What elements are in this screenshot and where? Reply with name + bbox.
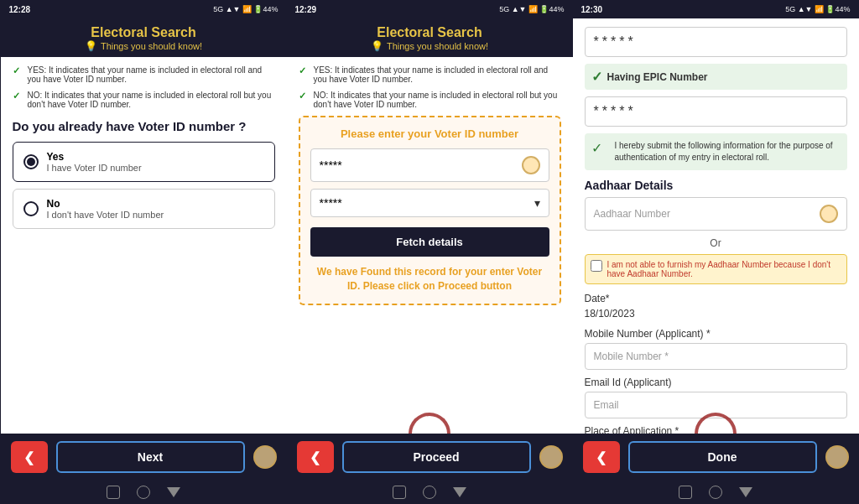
app-header-2: Electoral Search 💡 Things you should kno…	[287, 18, 573, 57]
status-icons-1: 5G ▲▼ 📶 🔋44%	[213, 5, 278, 13]
app-title-1: Electoral Search	[9, 25, 279, 40]
nav-back-1	[167, 487, 180, 497]
main-content-1: ✓ YES: It indicates that your name is in…	[1, 57, 287, 434]
voter-id-section: Please enter your Voter ID number ***** …	[299, 116, 561, 305]
back-button-3[interactable]: ❮	[583, 441, 620, 473]
nav-square-2	[393, 486, 406, 499]
info-bullet-no-2: ✓ NO: It indicates that your name is inc…	[299, 91, 561, 109]
consent-check-icon: ✓	[591, 140, 608, 156]
done-button[interactable]: Done	[628, 441, 817, 473]
cannot-furnish-text: I am not able to furnish my Aadhaar Numb…	[607, 260, 841, 278]
nav-back-2	[453, 487, 466, 497]
phone-screen-3: 12:30 5G ▲▼ 📶 🔋44% ***** ✓ Having EPIC N…	[573, 0, 859, 504]
back-button-1[interactable]: ❮	[11, 441, 48, 473]
mobile-field[interactable]: Mobile Number *	[585, 343, 847, 370]
app-subtitle-2: 💡 Things you should know!	[295, 40, 565, 52]
dropdown-arrow-icon: ▾	[534, 196, 540, 210]
nav-bar-1	[1, 481, 287, 504]
mobile-label: Mobile Number (Applicant) *	[585, 328, 847, 340]
aadhaar-number-field[interactable]: Aadhaar Number	[585, 197, 847, 231]
consent-text: I hereby submit the following informatio…	[615, 140, 841, 164]
phone-screen-1: 12:28 5G ▲▼ 📶 🔋44% Electoral Search 💡 Th…	[1, 0, 287, 504]
screen-content-3: ***** ✓ Having EPIC Number ***** ✓ I her…	[573, 18, 859, 481]
main-content-3: ***** ✓ Having EPIC Number ***** ✓ I her…	[573, 18, 859, 434]
having-epic-label: Having EPIC Number	[607, 71, 708, 83]
password-field-2: *****	[585, 96, 847, 127]
cannot-furnish-row: I am not able to furnish my Aadhaar Numb…	[585, 254, 847, 284]
date-value: 18/10/2023	[585, 308, 847, 320]
finger-hint-f1	[522, 156, 540, 174]
found-message: We have Found this record for your enter…	[310, 265, 549, 294]
proceed-button[interactable]: Proceed	[342, 441, 531, 473]
app-title-2: Electoral Search	[295, 25, 565, 40]
finger-hint-1	[253, 445, 277, 469]
status-icons-2: 5G ▲▼ 📶 🔋44%	[499, 5, 564, 13]
screen-content-2: Electoral Search 💡 Things you should kno…	[287, 18, 573, 481]
bottom-bar-1: ❮ Next	[1, 434, 287, 481]
radio-yes-circle	[23, 154, 39, 169]
time-3: 12:30	[581, 5, 603, 14]
bullet-text-no-2: NO: It indicates that your name is inclu…	[314, 91, 561, 109]
check-icon-no-2: ✓	[299, 91, 309, 101]
mobile-placeholder: Mobile Number *	[594, 351, 669, 362]
status-bar-3: 12:30 5G ▲▼ 📶 🔋44%	[573, 0, 859, 18]
check-icon-no-1: ✓	[13, 91, 23, 101]
subtitle-text-1: Things you should know!	[101, 41, 202, 51]
time-1: 12:28	[9, 5, 31, 14]
bullet-text-no-1: NO: It indicates that your name is inclu…	[28, 91, 275, 109]
nav-home-2	[423, 486, 436, 499]
nav-square-1	[107, 486, 120, 499]
option-no[interactable]: No I don't have Voter ID number	[13, 189, 275, 229]
nav-home-3	[709, 486, 722, 499]
option-yes-label: Yes I have Voter ID number	[47, 151, 142, 173]
bullet-text-yes-2: YES: It indicates that your name is incl…	[314, 65, 561, 84]
voter-id-field-1[interactable]: *****	[310, 148, 549, 182]
nav-bar-3	[573, 481, 859, 504]
subtitle-text-2: Things you should know!	[387, 41, 488, 51]
info-bullet-yes-2: ✓ YES: It indicates that your name is in…	[299, 65, 561, 84]
nav-square-3	[679, 486, 692, 499]
finger-hint-3	[820, 205, 838, 223]
info-bullet-no-1: ✓ NO: It indicates that your name is inc…	[13, 91, 275, 109]
aadhaar-placeholder: Aadhaar Number	[594, 208, 670, 220]
main-content-2: ✓ YES: It indicates that your name is in…	[287, 57, 573, 434]
cannot-furnish-checkbox[interactable]	[591, 260, 602, 272]
voter-id-value-1: *****	[320, 158, 342, 172]
back-button-2[interactable]: ❮	[297, 441, 334, 473]
aadhaar-section-title: Aadhaar Details	[585, 179, 847, 192]
nav-home-1	[137, 486, 150, 499]
app-subtitle-1: 💡 Things you should know!	[9, 40, 279, 52]
bulb-icon-2: 💡	[371, 40, 383, 52]
next-button[interactable]: Next	[56, 441, 245, 473]
email-placeholder: Email	[594, 399, 619, 411]
epic-check-icon: ✓	[591, 69, 602, 85]
password-field-1: *****	[585, 27, 847, 57]
fetch-details-button[interactable]: Fetch details	[310, 227, 549, 257]
finger-hint-2	[539, 445, 563, 469]
consent-row: ✓ I hereby submit the following informat…	[585, 133, 847, 170]
nav-back-3	[739, 487, 752, 497]
radio-no-circle	[23, 201, 39, 216]
info-bullet-yes-1: ✓ YES: It indicates that your name is in…	[13, 65, 275, 84]
option-no-label: No I don't have Voter ID number	[47, 198, 164, 220]
having-epic-row: ✓ Having EPIC Number	[585, 64, 847, 90]
or-divider: Or	[585, 237, 847, 249]
status-bar-2: 12:29 5G ▲▼ 📶 🔋44%	[287, 0, 573, 18]
voter-id-field-2[interactable]: ***** ▾	[310, 189, 549, 217]
voter-id-question: Do you already have Voter ID number ?	[13, 119, 275, 133]
status-icons-3: 5G ▲▼ 📶 🔋44%	[785, 5, 850, 13]
option-yes[interactable]: Yes I have Voter ID number	[13, 142, 275, 182]
email-label: Email Id (Applicant)	[585, 377, 847, 388]
nav-bar-2	[287, 481, 573, 504]
bulb-icon-1: 💡	[85, 40, 97, 52]
status-bar-1: 12:28 5G ▲▼ 📶 🔋44%	[1, 0, 287, 18]
bottom-bar-2: ❮ Proceed	[287, 434, 573, 481]
screen-content-1: Electoral Search 💡 Things you should kno…	[1, 18, 287, 481]
finger-hint-4	[825, 445, 849, 469]
phone-screen-2: 12:29 5G ▲▼ 📶 🔋44% Electoral Search 💡 Th…	[287, 0, 573, 504]
bottom-bar-3: ❮ Done	[573, 434, 859, 481]
check-icon-yes-2: ✓	[299, 65, 309, 76]
app-header-1: Electoral Search 💡 Things you should kno…	[1, 18, 287, 57]
check-icon-yes-1: ✓	[13, 65, 23, 76]
voter-id-title: Please enter your Voter ID number	[310, 127, 549, 140]
